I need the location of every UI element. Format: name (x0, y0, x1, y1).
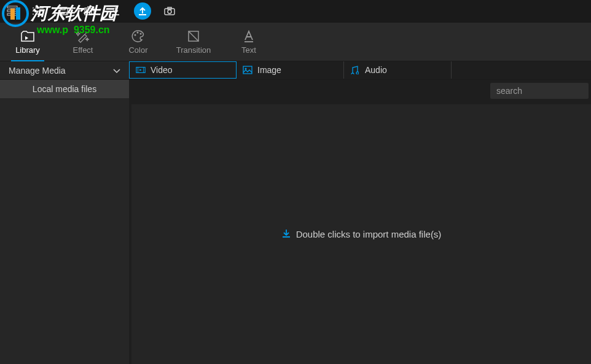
transition-icon (187, 29, 200, 43)
tab-text-label: Text (241, 45, 256, 55)
audio-icon (350, 66, 360, 74)
svg-point-16 (137, 31, 139, 33)
media-tab-video-label: Video (151, 65, 173, 75)
search-row (129, 80, 591, 102)
tab-text[interactable]: Text (221, 22, 276, 61)
manage-media-label: Manage Media (9, 66, 66, 76)
svg-rect-23 (243, 66, 252, 74)
save-icon[interactable] (57, 4, 71, 18)
svg-rect-3 (7, 6, 17, 8)
camera-icon[interactable] (162, 4, 177, 18)
sidebar-item-local-files[interactable]: Local media files (0, 80, 129, 98)
import-icon (281, 228, 291, 240)
tab-color[interactable]: Color (111, 22, 166, 61)
svg-point-15 (135, 34, 136, 36)
text-icon (242, 29, 256, 43)
tab-color-label: Color (128, 45, 147, 55)
sidebar-item-label: Local media files (33, 84, 96, 94)
media-tab-image[interactable]: Image (237, 61, 344, 79)
upload-icon[interactable] (134, 2, 151, 20)
tab-effect[interactable]: Effect (55, 22, 111, 61)
sidebar: Manage Media Local media files (0, 61, 129, 364)
main-panel: Video Image Audio (129, 61, 591, 364)
manage-media-dropdown[interactable]: Manage Media (0, 61, 129, 80)
media-type-tabs: Video Image Audio (129, 61, 591, 80)
svg-point-24 (245, 68, 247, 70)
svg-point-11 (33, 14, 34, 15)
tab-effect-label: Effect (72, 45, 93, 55)
download-icon[interactable] (108, 4, 123, 18)
drop-zone-text: Double clicks to import media file(s) (296, 229, 442, 239)
media-drop-zone[interactable]: Double clicks to import media file(s) (131, 104, 591, 364)
svg-point-10 (33, 10, 34, 12)
video-icon (136, 66, 146, 74)
drop-zone-hint: Double clicks to import media file(s) (281, 228, 442, 240)
save-as-icon[interactable] (82, 4, 97, 18)
tab-transition-label: Transition (176, 45, 211, 55)
color-icon (131, 29, 145, 43)
search-input[interactable] (490, 83, 589, 99)
top-toolbar (0, 0, 591, 22)
main-tabs: Library Effect Color Transition Text (0, 22, 591, 61)
menu-icon[interactable] (5, 4, 20, 18)
tab-library[interactable]: Library (0, 22, 55, 61)
media-tab-audio[interactable]: Audio (344, 61, 452, 79)
tab-library-label: Library (15, 45, 40, 55)
library-icon (21, 29, 34, 43)
media-tab-image-label: Image (257, 65, 281, 75)
effect-icon (76, 29, 90, 43)
svg-rect-4 (7, 10, 17, 12)
svg-point-13 (168, 10, 171, 14)
media-tab-audio-label: Audio (365, 65, 387, 75)
svg-point-9 (33, 7, 34, 9)
media-tab-video[interactable]: Video (129, 61, 237, 79)
list-icon[interactable] (31, 4, 45, 18)
svg-rect-5 (7, 14, 17, 15)
tab-transition[interactable]: Transition (166, 22, 221, 61)
svg-point-17 (140, 33, 142, 34)
chevron-down-icon (113, 66, 120, 76)
image-icon (243, 66, 252, 74)
